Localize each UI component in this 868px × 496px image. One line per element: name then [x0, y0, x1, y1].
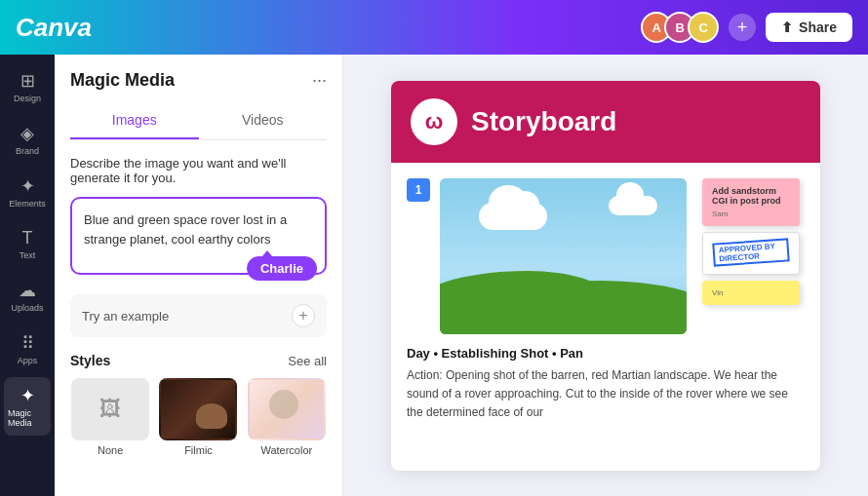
sidebar-item-label: Apps	[18, 356, 38, 365]
sidebar-nav: ⊞ Design ◈ Brand ✦ Elements T Text ☁ Upl…	[0, 55, 55, 496]
style-none-label: None	[98, 444, 123, 456]
storyboard-header: ω Storyboard	[391, 81, 820, 163]
panel-tabs: Images Videos	[70, 102, 327, 140]
style-filmic-thumb	[159, 378, 237, 440]
brand-icon: ◈	[20, 123, 34, 144]
panel-more-button[interactable]: ···	[312, 70, 327, 91]
apps-icon: ⠿	[21, 332, 34, 354]
panel-header: Magic Media ···	[55, 55, 342, 102]
tab-videos[interactable]: Videos	[199, 102, 328, 139]
sticky-sandstorm[interactable]: Add sandstorm CGI in post prod Sam	[702, 178, 800, 226]
sidebar-item-label: Brand	[16, 146, 39, 156]
styles-title: Styles	[70, 353, 110, 368]
scene-shot-label: Day • Establishing Shot • Pan	[407, 346, 805, 361]
sidebar-item-design[interactable]: ⊞ Design	[4, 62, 51, 111]
sidebar-item-apps[interactable]: ⠿ Apps	[4, 324, 51, 373]
avatar-group: A B C	[641, 12, 719, 43]
charlie-tooltip-label: Charlie	[260, 261, 303, 276]
sidebar-item-label: Design	[14, 94, 41, 103]
style-watercolor[interactable]: Watercolor	[247, 378, 327, 456]
sidebar-item-magic-media[interactable]: ✦ Magic Media	[4, 377, 51, 436]
canvas-area[interactable]: Rectangle 3... ω Storyboard 1	[343, 55, 868, 496]
share-button[interactable]: ⬆ Share	[766, 13, 852, 42]
cloud-1	[479, 203, 547, 230]
try-example-button[interactable]: Try an example +	[70, 294, 327, 337]
storyboard-title: Storyboard	[471, 106, 616, 137]
sidebar-item-uploads[interactable]: ☁ Uploads	[4, 272, 51, 321]
header-actions: A B C + ⬆ Share	[641, 12, 852, 43]
design-icon: ⊞	[20, 70, 35, 92]
style-watercolor-thumb	[248, 378, 326, 440]
sidebar-item-label: Magic Media	[8, 408, 47, 428]
style-none-thumb: 🖼	[71, 378, 149, 440]
image-placeholder-icon: 🖼	[99, 397, 121, 422]
sticky-vin[interactable]: Vin	[702, 281, 800, 305]
styles-grid: 🖼 None Filmic Watercolor	[70, 378, 327, 456]
tab-images[interactable]: Images	[70, 102, 199, 139]
try-example-plus-icon: +	[292, 304, 315, 327]
style-none[interactable]: 🖼 None	[70, 378, 150, 456]
style-filmic-label: Filmic	[184, 444, 213, 456]
app-header: Canva A B C + ⬆ Share	[0, 0, 868, 55]
add-collaborator-button[interactable]: +	[729, 14, 756, 41]
hill-right	[521, 281, 687, 334]
storyboard-logo-circle: ω	[411, 98, 457, 145]
share-label: Share	[799, 19, 837, 35]
sticky-text: Add sandstorm CGI in post prod	[712, 186, 790, 206]
scene-background	[440, 178, 687, 334]
try-example-label: Try an example	[82, 309, 169, 324]
magic-media-panel: Magic Media ··· Images Videos Describe t…	[55, 55, 343, 496]
sticky-author: Sam	[712, 210, 790, 218]
panel-description: Describe the image you want and we'll ge…	[70, 156, 327, 185]
main-layout: ⊞ Design ◈ Brand ✦ Elements T Text ☁ Upl…	[0, 55, 868, 496]
sidebar-item-elements[interactable]: ✦ Elements	[4, 168, 51, 216]
see-all-button[interactable]: See all	[288, 354, 327, 368]
canva-logo: Canva	[16, 13, 92, 43]
sticky-author-vin: Vin	[712, 288, 790, 297]
cloud-2	[609, 196, 657, 215]
approved-stamp: APPROVED BY DIRECTOR	[712, 238, 789, 266]
sidebar-item-brand[interactable]: ◈ Brand	[4, 115, 51, 164]
prompt-input-box[interactable]: Blue and green space rover lost in a str…	[70, 197, 327, 275]
uploads-icon: ☁	[19, 280, 36, 301]
elements-icon: ✦	[20, 175, 35, 197]
sidebar-item-text[interactable]: T Text	[4, 220, 51, 268]
style-watercolor-label: Watercolor	[260, 444, 312, 456]
scene-number: 1	[407, 178, 430, 202]
text-icon: T	[22, 228, 33, 248]
share-icon: ⬆	[781, 19, 793, 35]
storyboard-card: ω Storyboard 1	[391, 81, 820, 471]
scene-illustration	[440, 178, 687, 334]
sidebar-item-label: Text	[20, 250, 36, 260]
scene-container: 1 Add sandstorm CGI in post	[407, 178, 805, 334]
sticky-notes-column: Add sandstorm CGI in post prod Sam APPRO…	[702, 178, 805, 334]
magic-media-icon: ✦	[20, 385, 35, 406]
storyboard-body: 1 Add sandstorm CGI in post	[391, 163, 820, 439]
avatar-3: C	[688, 12, 719, 43]
storyboard-logo-symbol: ω	[425, 109, 444, 134]
panel-title: Magic Media	[70, 70, 175, 91]
style-filmic[interactable]: Filmic	[158, 378, 238, 456]
scene-info: Day • Establishing Shot • Pan Action: Op…	[407, 346, 805, 423]
charlie-tooltip: Charlie	[247, 256, 317, 281]
scene-action-text: Action: Opening shot of the barren, red …	[407, 366, 805, 423]
sticky-approved[interactable]: APPROVED BY DIRECTOR	[702, 232, 800, 275]
styles-section-header: Styles See all	[70, 353, 327, 368]
panel-body: Describe the image you want and we'll ge…	[55, 140, 342, 496]
prompt-text[interactable]: Blue and green space rover lost in a str…	[84, 210, 313, 248]
sidebar-item-label: Elements	[9, 199, 46, 209]
sidebar-item-label: Uploads	[11, 303, 43, 313]
